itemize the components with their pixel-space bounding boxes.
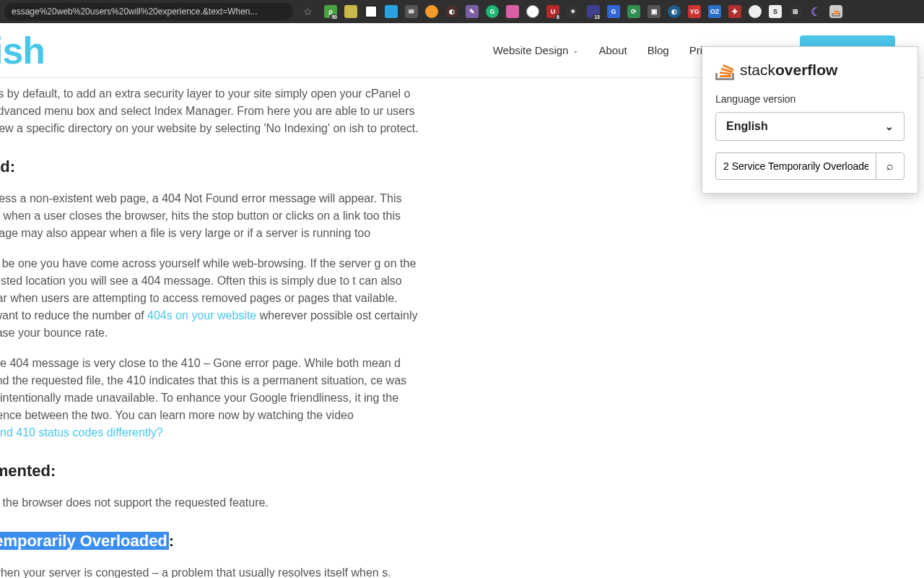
ext-icon[interactable]: ✎ (466, 5, 479, 18)
ext-icon[interactable] (425, 5, 438, 18)
paragraph: rror when your server is congested – a p… (0, 564, 419, 578)
ext-icon[interactable]: S (769, 5, 782, 18)
url-text: essage%20web%20users%20will%20experience… (12, 7, 258, 17)
ext-icon[interactable]: 13 (587, 5, 600, 18)
nav-website-design[interactable]: Website Design ⌄ (493, 44, 579, 56)
language-value: English (726, 120, 768, 133)
ext-icon[interactable]: ρ50 (324, 5, 337, 18)
ext-icon[interactable]: ✶ (567, 5, 580, 18)
ext-icon[interactable]: G (486, 5, 499, 18)
ext-icon[interactable]: ⟳ (627, 5, 640, 18)
ext-icon[interactable] (365, 5, 378, 18)
language-select[interactable]: English ⌄ (715, 112, 905, 141)
nav-label: Website Design (493, 44, 569, 56)
ext-icon[interactable]: YG (688, 5, 701, 18)
chevron-down-icon: ⌄ (572, 46, 578, 54)
paragraph: clients by default, to add an extra secu… (0, 85, 419, 137)
stackoverflow-wordmark: stackoverflow (740, 61, 837, 79)
heading-404: ound: (0, 155, 419, 178)
ext-icon[interactable] (526, 5, 539, 18)
paragraph: ely to be one you have come across yours… (0, 255, 419, 342)
moon-icon[interactable]: ☾ (809, 5, 822, 18)
ext-icon[interactable] (749, 5, 762, 18)
language-label: Language version (715, 93, 905, 105)
address-bar[interactable]: essage%20web%20users%20will%20experience… (4, 3, 293, 20)
extension-icons: ρ50 ✉ ◐ ✎ G U8 ✶ 13 G ⟳ ▣ ◐ YG OZ ✚ S ⊞ … (324, 5, 842, 18)
browser-toolbar: essage%20web%20users%20will%20experience… (0, 0, 924, 23)
stackoverflow-logo: stackoverflow (715, 60, 905, 80)
bookmark-star-icon[interactable]: ☆ (303, 6, 313, 17)
search-button[interactable]: ⌕ (876, 152, 905, 180)
stackoverflow-ext-icon[interactable] (829, 5, 842, 18)
search-row: ⌕ (715, 152, 905, 180)
paragraph: hat the 404 message is very close to the… (0, 355, 419, 441)
chevron-down-icon: ⌄ (885, 121, 894, 132)
article-body: clients by default, to add an extra secu… (0, 78, 419, 578)
ext-icon[interactable]: ⊞ (789, 5, 802, 18)
ext-icon[interactable]: ✚ (728, 5, 741, 18)
link-410[interactable]: 404 and 410 status codes differently? (0, 426, 163, 439)
paragraph: o access a non-existent web page, a 404 … (0, 190, 419, 242)
search-input[interactable] (715, 152, 876, 180)
site-logo[interactable]: ish (0, 29, 45, 72)
stackoverflow-popup: stackoverflow Language version English ⌄… (702, 46, 918, 194)
ext-icon[interactable]: OZ (708, 5, 721, 18)
nav-blog[interactable]: Blog (648, 44, 669, 56)
ext-icon[interactable]: G (607, 5, 620, 18)
search-icon: ⌕ (886, 160, 894, 173)
highlighted-text: e Temporarily Overloaded (0, 532, 169, 550)
ext-icon[interactable]: ◐ (445, 5, 458, 18)
heading-501: plemented: (0, 459, 419, 483)
nav-about[interactable]: About (598, 44, 627, 56)
ext-icon[interactable]: ◐ (668, 5, 681, 18)
link-404s[interactable]: 404s on your website (147, 309, 256, 322)
stackoverflow-icon (715, 60, 736, 80)
ext-icon[interactable] (344, 5, 357, 18)
ext-icon[interactable]: ▣ (648, 5, 661, 18)
paragraph: s that the browser does not support the … (0, 494, 419, 512)
ext-icon[interactable] (506, 5, 519, 18)
ext-icon[interactable] (385, 5, 398, 18)
ext-icon[interactable]: U8 (546, 5, 559, 18)
ext-icon[interactable]: ✉ (405, 5, 418, 18)
heading-502: e Temporarily Overloaded: (0, 529, 419, 553)
